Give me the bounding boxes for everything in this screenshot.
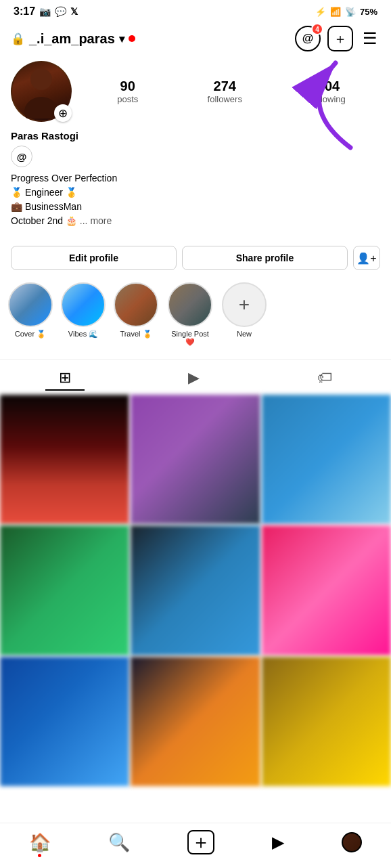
highlight-circle-add: +: [222, 282, 267, 327]
edit-profile-button[interactable]: Edit profile: [11, 246, 177, 270]
photo-2[interactable]: [131, 395, 260, 524]
plus-icon: ＋: [334, 30, 347, 48]
svg-point-1: [30, 68, 52, 90]
lock-icon: 🔒: [11, 32, 25, 46]
highlight-circle-1: [8, 282, 53, 327]
action-buttons: Edit profile Share profile 👤+: [11, 246, 380, 270]
followers-stat[interactable]: 274 followers: [208, 79, 242, 104]
highlight-label-2: Vibes 🌊: [68, 330, 98, 339]
posts-count: 90: [120, 79, 135, 94]
highlight-label-add: New: [237, 330, 252, 338]
highlight-3[interactable]: Travel 🏅: [114, 282, 158, 347]
add-photo-button[interactable]: ⊕: [54, 104, 72, 122]
followers-count: 274: [214, 79, 236, 94]
signal-icon: 📡: [345, 7, 356, 17]
person-add-icon: 👤+: [356, 252, 376, 265]
photo-1[interactable]: [0, 395, 129, 524]
highlight-2[interactable]: Vibes 🌊: [61, 282, 106, 347]
wifi-icon: 📶: [330, 7, 341, 17]
status-right: ⚡ 📶 📡 75%: [315, 7, 377, 17]
create-post-button[interactable]: ＋: [327, 26, 353, 51]
bluetooth-icon: ⚡: [315, 7, 326, 17]
bio-line-1: Progress Over Perfection: [11, 171, 380, 186]
highlight-circle-4: [168, 282, 212, 327]
nav-profile-avatar: [342, 832, 362, 852]
add-photo-icon: ⊕: [58, 108, 68, 119]
highlight-1[interactable]: Cover 🏅: [8, 282, 53, 347]
photo-4[interactable]: [0, 525, 129, 655]
svg-point-2: [24, 97, 58, 118]
hamburger-menu-button[interactable]: ☰: [360, 28, 380, 49]
threads-small-icon: @: [17, 151, 27, 162]
header-right: @ 4 ＋ ☰: [295, 26, 380, 51]
photo-6[interactable]: [262, 525, 391, 655]
tagged-tab[interactable]: 🏷: [304, 366, 346, 391]
share-profile-button[interactable]: Share profile: [182, 246, 348, 270]
highlight-add[interactable]: + New: [222, 282, 267, 347]
nav-home[interactable]: 🏠: [29, 832, 51, 853]
tabs-row: ⊞ ▶ 🏷: [0, 359, 391, 395]
threads-icon: @: [302, 32, 314, 45]
highlight-circle-2: [61, 282, 106, 327]
followers-label: followers: [208, 94, 242, 104]
photo-8[interactable]: [131, 657, 260, 786]
photo-grid: [0, 395, 391, 786]
app-header: 🔒 _.i_am_paras ▾ @ 4 ＋ ☰: [0, 20, 391, 58]
add-person-button[interactable]: 👤+: [353, 246, 380, 270]
nav-profile[interactable]: [342, 832, 362, 852]
grid-icon: ⊞: [59, 369, 71, 386]
online-status-dot: [129, 35, 135, 42]
username-text[interactable]: _.i_am_paras: [29, 31, 115, 47]
nav-search[interactable]: 🔍: [108, 832, 130, 853]
threads-button[interactable]: @ 4: [295, 26, 321, 51]
posts-stat[interactable]: 90 posts: [117, 79, 138, 104]
highlight-circle-3: [114, 282, 158, 327]
avatar-wrapper: ⊕: [11, 61, 72, 122]
highlight-4[interactable]: Single Post ❤️: [166, 282, 214, 347]
photo-5[interactable]: [131, 525, 260, 655]
status-bar: 3:17 📷 💬 𝕏 ⚡ 📶 📡 75%: [0, 0, 391, 20]
header-left: 🔒 _.i_am_paras ▾: [11, 31, 135, 47]
hamburger-icon: ☰: [363, 29, 377, 47]
status-left: 3:17 📷 💬 𝕏: [14, 5, 78, 18]
reels-icon: ▶: [188, 369, 200, 386]
battery-indicator: 75%: [360, 7, 377, 17]
photo-9[interactable]: [262, 657, 391, 786]
stats-row: 90 posts 274 followers 404 following: [83, 79, 380, 104]
home-icon: 🏠: [29, 832, 51, 853]
instagram-icon: 📷: [39, 6, 51, 17]
highlight-label-1: Cover 🏅: [15, 330, 46, 339]
bio-text: Progress Over Perfection 🥇 Engineer 🥇 💼 …: [11, 171, 380, 228]
bio-line-4: October 2nd 🎂 ... more: [11, 214, 380, 228]
twitter-icon: 𝕏: [70, 6, 78, 17]
threads-small-button[interactable]: @: [11, 146, 32, 167]
bio-line-3: 💼 BusinessMan: [11, 200, 380, 214]
create-icon: ＋: [187, 830, 214, 854]
reels-tab[interactable]: ▶: [175, 366, 213, 391]
posts-label: posts: [117, 94, 138, 104]
photo-3[interactable]: [262, 395, 391, 524]
reels-nav-icon: ▶: [272, 833, 284, 852]
following-count: 404: [317, 79, 340, 94]
home-notification-dot: [38, 854, 41, 857]
highlights-row: Cover 🏅 Vibes 🌊 Travel 🏅 Single Post ❤️ …: [0, 277, 391, 355]
bio-more-link[interactable]: ... more: [80, 215, 112, 226]
highlight-label-4: Single Post ❤️: [166, 330, 214, 347]
grid-tab[interactable]: ⊞: [45, 366, 85, 391]
threads-badge: 4: [311, 23, 323, 35]
following-stat[interactable]: 404 following: [311, 79, 346, 104]
profile-section: ⊕ 90 posts 274 followers 404 following P…: [0, 58, 391, 236]
highlight-label-3: Travel 🏅: [120, 330, 152, 339]
tagged-icon: 🏷: [317, 369, 332, 386]
nav-create[interactable]: ＋: [187, 830, 214, 854]
messages-icon: 💬: [55, 6, 66, 17]
photo-7[interactable]: [0, 657, 129, 786]
nav-reels[interactable]: ▶: [272, 833, 284, 852]
profile-top: ⊕ 90 posts 274 followers 404 following: [11, 61, 380, 122]
following-label: following: [311, 94, 346, 104]
profile-name: Paras Rastogi: [11, 130, 380, 142]
search-icon: 🔍: [108, 832, 130, 853]
bottom-nav: 🏠 🔍 ＋ ▶: [0, 823, 391, 868]
status-time: 3:17: [14, 5, 35, 18]
dropdown-icon[interactable]: ▾: [119, 32, 124, 45]
